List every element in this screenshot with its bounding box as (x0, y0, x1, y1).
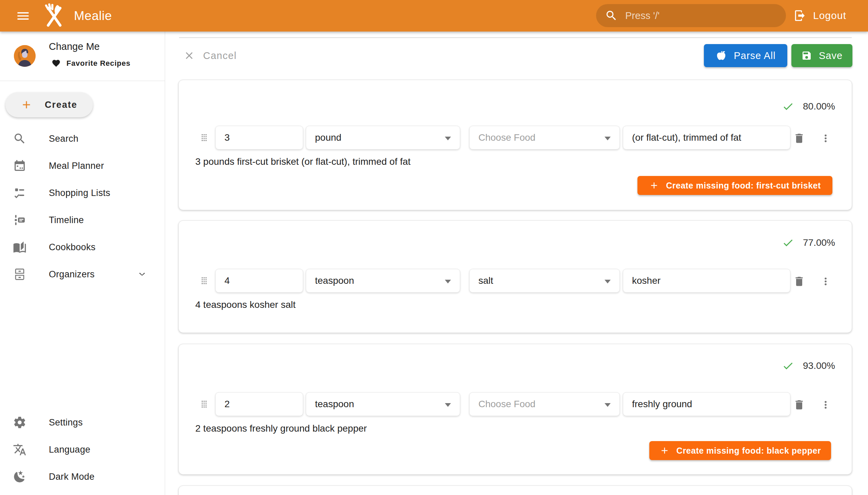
sidebar-item-cookbooks[interactable]: Cookbooks (0, 234, 165, 261)
search-input[interactable] (625, 10, 777, 21)
sidebar-item-label: Shopping Lists (49, 188, 110, 198)
dropdown-caret-icon (605, 280, 611, 284)
sidebar-item-label: Organizers (49, 269, 95, 280)
create-label: Create (45, 100, 77, 110)
quantity-input[interactable] (215, 269, 303, 293)
food-placeholder: Choose Food (478, 132, 535, 143)
dropdown-caret-icon (445, 403, 451, 407)
sidebar-item-language[interactable]: Language (0, 436, 165, 463)
unit-value: teaspoon (315, 399, 354, 410)
food-value: salt (478, 275, 493, 286)
plus-icon (649, 181, 659, 190)
favorite-recipes-label: Favorite Recipes (66, 59, 131, 68)
note-input[interactable] (623, 392, 790, 416)
drag-dots-icon (198, 132, 210, 143)
dropdown-caret-icon (445, 137, 451, 140)
create-button[interactable]: Create (5, 92, 93, 117)
note-input[interactable] (623, 269, 790, 293)
food-placeholder: Choose Food (478, 399, 535, 410)
cabinet-icon (13, 268, 27, 281)
avatar-illustration (14, 45, 36, 67)
quantity-input[interactable] (215, 392, 303, 416)
logout-button[interactable]: Logout (794, 4, 846, 27)
ingredient-card: 77.00% teaspoon salt (178, 220, 852, 333)
trash-icon (793, 132, 805, 144)
moon-icon (13, 470, 27, 483)
note-input[interactable] (623, 126, 790, 150)
calendar-icon (13, 159, 27, 173)
confidence-row: 77.00% (782, 237, 835, 249)
ingredient-fields-row: teaspoon salt (179, 269, 852, 293)
unit-value: teaspoon (315, 275, 354, 286)
avatar[interactable] (14, 45, 36, 67)
user-name: Change Me (49, 41, 100, 52)
book-open-icon (13, 240, 27, 254)
ingredient-card: 80.00% pound Choose Food (178, 80, 852, 210)
trash-icon (793, 275, 805, 288)
unit-select[interactable]: teaspoon (306, 392, 460, 416)
food-select[interactable]: Choose Food (469, 392, 620, 416)
sidebar-item-label: Search (49, 134, 78, 144)
unit-select[interactable]: teaspoon (306, 269, 460, 293)
dropdown-caret-icon (605, 137, 611, 140)
food-select[interactable]: salt (469, 269, 620, 293)
logout-label: Logout (813, 10, 846, 21)
mealie-logo-icon (41, 3, 66, 29)
sidebar-item-label: Timeline (49, 215, 84, 225)
sidebar-bottom-nav: Settings Language Dark Mode (0, 409, 165, 490)
sidebar-item-meal-planner[interactable]: Meal Planner (0, 152, 165, 180)
favorite-recipes-link[interactable]: Favorite Recipes (52, 59, 131, 68)
plus-icon (20, 99, 33, 111)
sidebar-item-organizers[interactable]: Organizers (0, 261, 165, 288)
logout-icon (794, 9, 806, 22)
drag-handle-icon[interactable] (198, 275, 210, 287)
timeline-icon (13, 213, 27, 227)
food-select[interactable]: Choose Food (469, 126, 620, 150)
user-profile[interactable]: Change Me Favorite Recipes (0, 32, 165, 81)
sidebar-item-settings[interactable]: Settings (0, 409, 165, 436)
search-icon (605, 9, 618, 22)
save-button[interactable]: Save (792, 44, 852, 67)
delete-button[interactable] (792, 131, 806, 146)
delete-button[interactable] (792, 274, 806, 289)
drag-dots-icon (198, 398, 210, 410)
sidebar-item-search[interactable]: Search (0, 125, 165, 152)
drag-handle-icon[interactable] (198, 398, 210, 410)
create-missing-food-label: Create missing food: first-cut brisket (666, 181, 821, 190)
chevron-down-icon (136, 269, 148, 280)
confidence-value: 77.00% (803, 237, 835, 248)
more-options-button[interactable] (818, 274, 833, 289)
cancel-button[interactable]: Cancel (184, 45, 237, 67)
sidebar-item-shopping-lists[interactable]: Shopping Lists (0, 180, 165, 206)
trash-icon (793, 399, 805, 411)
menu-icon[interactable] (14, 6, 33, 25)
unit-value: pound (315, 132, 341, 143)
heart-icon (52, 59, 61, 68)
sidebar-divider (0, 81, 165, 81)
original-ingredient-text: 3 pounds first-cut brisket (or flat-cut)… (195, 156, 411, 167)
plus-icon (660, 445, 670, 456)
drag-handle-icon[interactable] (198, 132, 210, 144)
create-missing-food-button[interactable]: Create missing food: first-cut brisket (637, 176, 832, 195)
sidebar-item-label: Language (49, 444, 90, 455)
ingredient-card-partial (178, 485, 852, 495)
global-search[interactable] (596, 4, 786, 27)
create-missing-food-button[interactable]: Create missing food: black pepper (649, 441, 831, 460)
delete-button[interactable] (792, 397, 806, 412)
unit-select[interactable]: pound (306, 126, 460, 150)
quantity-input[interactable] (215, 126, 303, 150)
more-options-button[interactable] (818, 397, 833, 412)
drag-dots-icon (198, 275, 210, 287)
more-options-button[interactable] (818, 131, 833, 146)
save-icon (801, 50, 812, 61)
kebab-icon (820, 133, 831, 144)
sidebar-item-label: Dark Mode (49, 472, 95, 482)
confidence-row: 93.00% (782, 360, 835, 372)
ingredient-fields-row: pound Choose Food (179, 126, 852, 150)
parse-all-button[interactable]: Parse All (704, 44, 787, 67)
sidebar-item-timeline[interactable]: Timeline (0, 206, 165, 234)
dropdown-caret-icon (445, 280, 451, 284)
sidebar-item-dark-mode[interactable]: Dark Mode (0, 463, 165, 490)
confidence-value: 93.00% (803, 360, 835, 371)
dropdown-caret-icon (605, 403, 611, 407)
